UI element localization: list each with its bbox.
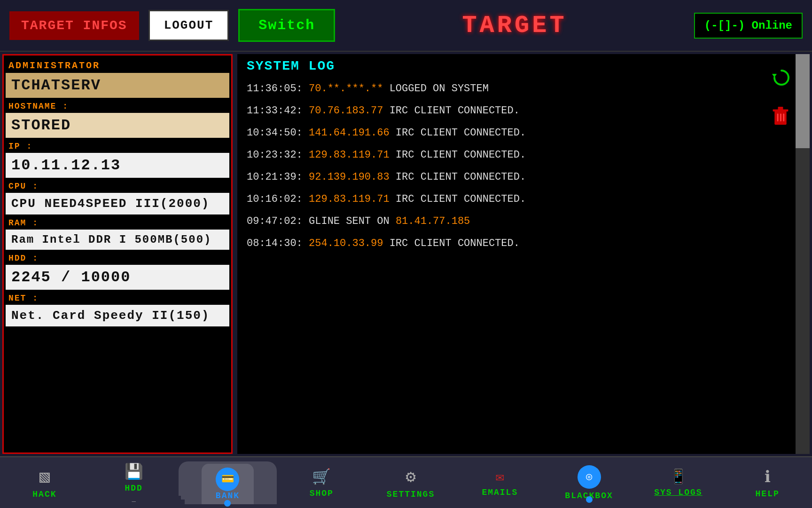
admin-label: ADMINISTRATOR bbox=[4, 56, 231, 72]
log-ip: 129.83.119.71 bbox=[309, 193, 390, 205]
log-entry: 10:34:50: 141.64.191.66 IRC CLIENT CONNE… bbox=[247, 127, 800, 139]
log-entry: 09:47:02: GLINE SENT ON 81.41.77.185 bbox=[247, 215, 800, 227]
hdd-value: 2245 / 10000 bbox=[6, 265, 229, 290]
nav-hack[interactable]: ▧ HACK bbox=[0, 467, 89, 499]
log-timestamp: 11:36:05: bbox=[247, 83, 303, 95]
log-ip: 92.139.190.83 bbox=[309, 171, 390, 183]
log-timestamp: 09:47:02: bbox=[247, 215, 303, 227]
hack-icon: ▧ bbox=[39, 467, 50, 487]
hostname-label: HOSTNAME : bbox=[4, 99, 231, 112]
help-icon: ℹ bbox=[765, 467, 771, 487]
ram-value: Ram Intel DDR I 500MB(500) bbox=[6, 230, 229, 250]
switch-button[interactable]: Switch bbox=[238, 9, 335, 42]
log-message: IRC CLIENT CONNECTED. bbox=[390, 171, 526, 183]
log-entries: 11:36:05: 70.**.***.** LOGGED ON SYSTEM1… bbox=[247, 83, 800, 249]
log-timestamp: 10:21:39: bbox=[247, 171, 303, 183]
log-ip: 81.41.77.185 bbox=[396, 215, 470, 227]
nav-hdd[interactable]: 💾 HDD _ bbox=[89, 462, 179, 503]
hdd-label: HDD bbox=[125, 484, 142, 493]
log-timestamp: 10:34:50: bbox=[247, 127, 303, 139]
ram-label: RAM : bbox=[4, 215, 231, 229]
system-log-title: SYSTEM LOG bbox=[247, 59, 800, 73]
svg-marker-0 bbox=[772, 74, 777, 78]
hdd-icon: 💾 bbox=[125, 462, 143, 481]
logout-button[interactable]: LOGOUT bbox=[148, 10, 229, 41]
log-timestamp: 08:14:30: bbox=[247, 238, 303, 249]
shop-label: SHOP bbox=[310, 489, 334, 498]
emails-label: EMAILS bbox=[482, 488, 518, 497]
delete-icon[interactable] bbox=[772, 107, 791, 131]
log-message: LOGGED ON SYSTEM bbox=[383, 83, 488, 95]
log-ip: 129.83.119.71 bbox=[309, 149, 390, 161]
log-icons bbox=[772, 68, 791, 131]
shop-icon: 🛒 bbox=[312, 468, 331, 486]
help-label: HELP bbox=[756, 489, 780, 499]
log-timestamp: 11:33:42: bbox=[247, 105, 303, 117]
nav-emails[interactable]: ✉ EMAILS bbox=[455, 468, 545, 497]
refresh-icon[interactable] bbox=[772, 68, 791, 93]
log-message: IRC CLIENT CONNECTED. bbox=[390, 127, 526, 139]
log-ip: 141.64.191.66 bbox=[309, 127, 390, 139]
nav-settings[interactable]: ⚙ SETTINGS bbox=[366, 467, 455, 499]
svg-rect-4 bbox=[777, 114, 779, 121]
log-ip: 70.**.***.** bbox=[309, 83, 383, 95]
target-infos-button[interactable]: TARGET INFOS bbox=[9, 11, 139, 40]
nav-help[interactable]: ℹ HELP bbox=[723, 467, 812, 499]
syslogs-icon: 📱 bbox=[670, 468, 687, 485]
bank-label: BANK bbox=[216, 491, 240, 500]
emails-icon: ✉ bbox=[496, 468, 504, 485]
net-value: Net. Card Speedy II(150) bbox=[6, 305, 229, 326]
log-entry: 10:21:39: 92.139.190.83 IRC CLIENT CONNE… bbox=[247, 171, 800, 183]
main-content: ADMINISTRATOR TCHATSERV HOSTNAME : STORE… bbox=[0, 52, 812, 456]
bottom-nav: ▧ HACK 💾 HDD _ 💳 BANK 🛒 SHOP ⚙ SETTINGS … bbox=[0, 456, 812, 508]
log-message: IRC CLIENT CONNECTED. bbox=[383, 105, 519, 117]
nav-syslogs[interactable]: 📱 SYS LOGS bbox=[633, 468, 723, 497]
net-label: NET : bbox=[4, 291, 231, 304]
svg-rect-3 bbox=[778, 107, 783, 110]
log-entry: 08:14:30: 254.10.33.99 IRC CLIENT CONNEC… bbox=[247, 238, 800, 249]
log-message: IRC CLIENT CONNECTED. bbox=[383, 238, 519, 249]
blackbox-icon: ◎ bbox=[578, 465, 601, 489]
nav-blackbox[interactable]: ◎ BLACKBOX bbox=[545, 465, 634, 500]
log-timestamp: 10:16:02: bbox=[247, 193, 303, 205]
cpu-label: CPU : bbox=[4, 179, 231, 192]
target-label: TARGET bbox=[344, 12, 684, 40]
settings-label: SETTINGS bbox=[387, 490, 435, 499]
header: TARGET INFOS LOGOUT Switch TARGET (-[]-)… bbox=[0, 0, 812, 52]
server-name: TCHATSERV bbox=[6, 73, 229, 98]
ip-value: 10.11.12.13 bbox=[6, 153, 229, 178]
scrollbar-thumb[interactable] bbox=[796, 54, 810, 148]
log-message: IRC CLIENT CONNECTED. bbox=[390, 149, 526, 161]
log-message: IRC CLIENT CONNECTED. bbox=[390, 193, 526, 205]
log-entry: 10:16:02: 129.83.119.71 IRC CLIENT CONNE… bbox=[247, 193, 800, 205]
nav-bank[interactable]: 💳 BANK bbox=[179, 461, 277, 504]
cpu-value: CPU NEED4SPEED III(2000) bbox=[6, 193, 229, 214]
scrollbar[interactable] bbox=[796, 54, 810, 454]
left-panel: ADMINISTRATOR TCHATSERV HOSTNAME : STORE… bbox=[2, 54, 233, 454]
settings-icon: ⚙ bbox=[406, 467, 416, 487]
hack-label: HACK bbox=[32, 490, 56, 499]
nav-shop[interactable]: 🛒 SHOP bbox=[277, 468, 366, 498]
log-entry: 11:36:05: 70.**.***.** LOGGED ON SYSTEM bbox=[247, 83, 800, 95]
syslogs-label: SYS LOGS bbox=[654, 488, 702, 497]
log-entry: 10:23:32: 129.83.119.71 IRC CLIENT CONNE… bbox=[247, 149, 800, 161]
svg-rect-6 bbox=[783, 114, 784, 121]
online-indicator: (-[]-) Online bbox=[694, 13, 803, 39]
log-entry: 11:33:42: 70.76.183.77 IRC CLIENT CONNEC… bbox=[247, 105, 800, 117]
right-panel: SYSTEM LOG 11:36:05: bbox=[237, 54, 810, 454]
log-ip: 254.10.33.99 bbox=[309, 238, 383, 249]
hostname-value: STORED bbox=[6, 113, 229, 138]
ip-label: IP : bbox=[4, 139, 231, 152]
bank-icon: 💳 bbox=[216, 468, 239, 491]
hdd-label: HDD : bbox=[4, 251, 231, 264]
bank-indicator bbox=[224, 500, 231, 507]
blackbox-indicator bbox=[586, 496, 593, 503]
log-timestamp: 10:23:32: bbox=[247, 149, 303, 161]
log-ip: 70.76.183.77 bbox=[309, 105, 383, 117]
svg-rect-5 bbox=[780, 114, 781, 121]
